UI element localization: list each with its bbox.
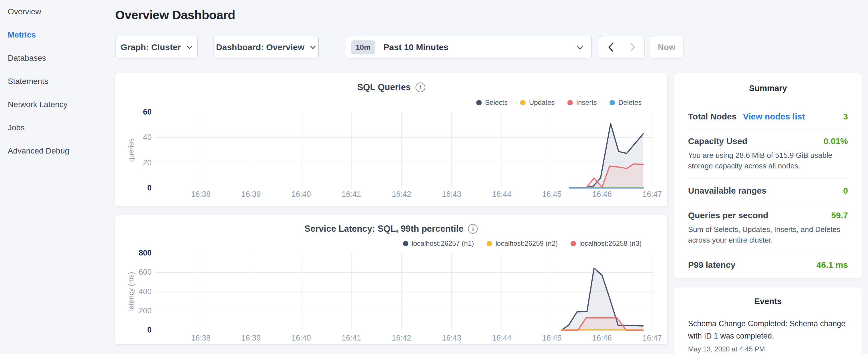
summary-row-queries-per-second: Queries per second59.7Sum of Selects, Up… [688,203,848,253]
chevron-down-icon [310,45,316,49]
event-text: Schema Change Completed: Schema change w… [688,318,848,342]
summary-row-capacity-used: Capacity Used0.01%You are using 28.6 MiB… [688,129,848,179]
summary-title: Summary [688,84,848,93]
y-axis-tick-label: 0 [120,326,152,334]
event-item: Schema Change Completed: Schema change w… [688,318,848,353]
summary-row-label: Queries per second [688,211,768,220]
sidebar: OverviewMetricsDatabasesStatementsNetwor… [0,0,115,162]
summary-row-label: P99 latency [688,260,735,270]
event-timestamp: May 13, 2020 at 4:45 PM [688,345,848,353]
y-axis-unit-label: latency (ms) [127,257,135,326]
summary-row-description: Sum of Selects, Updates, Inserts, and De… [688,224,848,246]
x-axis-tick-label: 16:47 [632,190,672,199]
chart-legend: localhost:26257 (n1)localhost:26259 (n2)… [403,239,642,248]
summary-row-description: You are using 28.6 MiB of 515.9 GiB usab… [688,150,848,171]
chevron-right-icon [630,43,636,52]
summary-row-value: 59.7 [831,211,848,220]
y-axis-tick-label: 20 [120,158,152,167]
x-axis-tick-label: 16:43 [432,190,472,199]
y-axis-unit-label: queries [127,116,135,184]
info-icon[interactable]: i [415,83,425,92]
legend-dot [476,100,482,105]
x-axis-tick-label: 16:39 [231,190,271,199]
x-axis-tick-label: 16:39 [231,334,271,343]
time-range-label: Past 10 Minutes [383,42,448,52]
x-axis-tick-label: 16:40 [281,334,321,343]
legend-label: localhost:26258 (n3) [580,239,642,248]
controls-divider [333,35,333,58]
legend-item-selects: Selects [476,99,508,106]
sidebar-item-databases[interactable]: Databases [8,46,115,70]
summary-row-unavailable-ranges: Unavailable ranges0 [688,179,848,203]
chart-plot-area [115,73,668,207]
sidebar-item-jobs[interactable]: Jobs [8,116,115,139]
legend-dot [520,100,526,105]
dashboard-dropdown-label: Dashboard: Overview [216,42,304,52]
x-axis-tick-label: 16:40 [281,190,321,199]
events-list: Schema Change Completed: Schema change w… [688,318,848,353]
y-axis-tick-label: 0 [120,184,152,192]
legend-label: Updates [529,99,555,106]
chevron-down-icon [577,45,584,50]
time-range-selector[interactable]: 10m Past 10 Minutes [346,36,592,58]
legend-item-localhost-26259-n2: localhost:26259 (n2) [487,239,558,248]
sidebar-item-overview[interactable]: Overview [8,0,115,23]
sidebar-list: OverviewMetricsDatabasesStatementsNetwor… [0,0,115,162]
events-title: Events [688,297,848,306]
sidebar-item-network-latency[interactable]: Network Latency [8,93,115,116]
summary-rows: Total NodesView nodes list3Capacity Used… [688,104,848,277]
legend-dot [567,100,573,105]
x-axis-tick-label: 16:42 [381,334,422,343]
dashboard-dropdown[interactable]: Dashboard: Overview [213,36,319,58]
x-axis-tick-label: 16:45 [532,190,572,199]
legend-label: Deletes [618,99,642,106]
legend-item-deletes: Deletes [610,99,642,106]
time-prev-button[interactable] [599,36,622,58]
time-next-button[interactable] [622,36,645,58]
sidebar-item-metrics[interactable]: Metrics [8,23,115,46]
legend-label: Inserts [576,99,597,106]
x-axis-tick-label: 16:44 [482,190,522,199]
summary-row-p99-latency: P99 latency46.1 ms [688,253,848,277]
y-axis-tick-label: 400 [120,287,152,296]
summary-row-label: Unavailable ranges [688,186,766,196]
legend-dot [570,241,576,246]
sidebar-item-statements[interactable]: Statements [8,70,115,93]
page: OverviewMetricsDatabasesStatementsNetwor… [0,0,868,354]
x-axis-tick-label: 16:38 [181,190,221,199]
summary-row-value: 46.1 ms [816,260,848,270]
x-axis-tick-label: 16:41 [331,334,371,343]
sql-queries-chart-card: SQL QueriesiSelectsUpdatesInsertsDeletes… [115,73,668,206]
summary-row-total-nodes: Total NodesView nodes list3 [688,104,848,129]
summary-row-label: Capacity Used [688,136,747,146]
y-axis-tick-label: 60 [120,108,152,117]
x-axis-tick-label: 16:46 [582,334,622,343]
x-axis-tick-label: 16:45 [532,334,572,343]
x-axis-tick-label: 16:38 [181,334,221,343]
legend-item-updates: Updates [520,99,555,106]
page-title: Overview Dashboard [115,8,235,22]
summary-panel: Summary Total NodesView nodes list3Capac… [674,73,862,278]
legend-label: Selects [485,99,508,106]
y-axis-tick-label: 600 [120,268,152,277]
info-icon[interactable]: i [468,224,478,234]
now-button[interactable]: Now [650,36,683,58]
x-axis-tick-label: 16:43 [432,334,472,343]
y-axis-tick-label: 40 [120,133,152,142]
summary-row-value: 0.01% [824,136,848,146]
x-axis-tick-label: 16:42 [381,190,422,199]
chart-header: SQL Queriesi [115,82,668,93]
chart-title: SQL Queries [357,82,411,93]
graph-dropdown[interactable]: Graph: Cluster [115,36,198,58]
x-axis-tick-label: 16:47 [632,334,672,343]
chart-title: Service Latency: SQL, 99th percentile [305,224,464,234]
sidebar-item-advanced-debug[interactable]: Advanced Debug [8,139,115,162]
legend-item-inserts: Inserts [567,99,597,106]
chart-legend: SelectsUpdatesInsertsDeletes [476,99,642,106]
summary-row-value: 0 [843,186,848,196]
chevron-down-icon [187,45,192,49]
legend-dot [610,100,615,105]
summary-row-label: Total Nodes [688,112,737,122]
legend-label: localhost:26257 (n1) [412,239,474,248]
view-nodes-list-link[interactable]: View nodes list [743,112,805,122]
